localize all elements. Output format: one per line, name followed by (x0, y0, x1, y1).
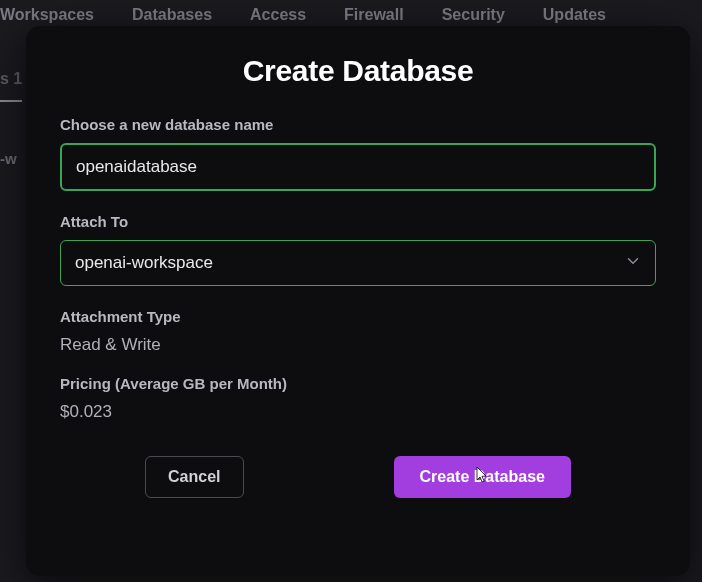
attachment-type-value: Read & Write (60, 335, 656, 355)
database-name-input[interactable] (60, 143, 656, 191)
nav-item-security[interactable]: Security (442, 6, 505, 24)
attachment-type-label: Attachment Type (60, 308, 656, 325)
bg-text-2: -w (0, 150, 22, 167)
nav-item-access[interactable]: Access (250, 6, 306, 24)
background-fragment: s 1 -w (0, 70, 22, 167)
attach-to-select[interactable]: openai-workspace (60, 240, 656, 286)
nav-item-updates[interactable]: Updates (543, 6, 606, 24)
modal-footer: Cancel Create Database (60, 456, 656, 498)
create-database-button[interactable]: Create Database (394, 456, 571, 498)
background-nav: Workspaces Databases Access Firewall Sec… (0, 0, 702, 24)
attach-to-label: Attach To (60, 213, 656, 230)
pricing-value: $0.023 (60, 402, 656, 422)
modal-title: Create Database (60, 54, 656, 88)
nav-item-databases[interactable]: Databases (132, 6, 212, 24)
database-name-label: Choose a new database name (60, 116, 656, 133)
bg-text-1: s 1 (0, 70, 22, 102)
create-database-button-label: Create Database (420, 468, 545, 485)
cancel-button[interactable]: Cancel (145, 456, 243, 498)
attach-to-selected-value: openai-workspace (75, 253, 213, 273)
pricing-label: Pricing (Average GB per Month) (60, 375, 656, 392)
create-database-modal: Create Database Choose a new database na… (26, 26, 690, 576)
nav-item-workspaces[interactable]: Workspaces (0, 6, 94, 24)
nav-item-firewall[interactable]: Firewall (344, 6, 404, 24)
